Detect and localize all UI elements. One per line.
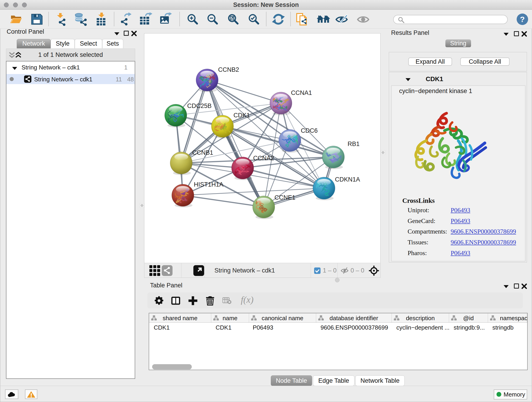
svg-text:CCNA1: CCNA1 bbox=[291, 89, 312, 96]
svg-text:CCNB1: CCNB1 bbox=[192, 149, 213, 156]
svg-text:CDC6: CDC6 bbox=[301, 127, 318, 134]
svg-text:CDK1: CDK1 bbox=[234, 112, 250, 119]
svg-text:RB1: RB1 bbox=[348, 140, 360, 147]
svg-text:CDKN1A: CDKN1A bbox=[335, 176, 360, 183]
svg-text:HIST1H1A: HIST1H1A bbox=[194, 181, 223, 188]
svg-text:CCNB2: CCNB2 bbox=[218, 66, 239, 73]
svg-text:CCNA2: CCNA2 bbox=[253, 155, 274, 162]
svg-text:CCNE1: CCNE1 bbox=[274, 194, 296, 201]
svg-text:CDC25B: CDC25B bbox=[187, 102, 212, 109]
